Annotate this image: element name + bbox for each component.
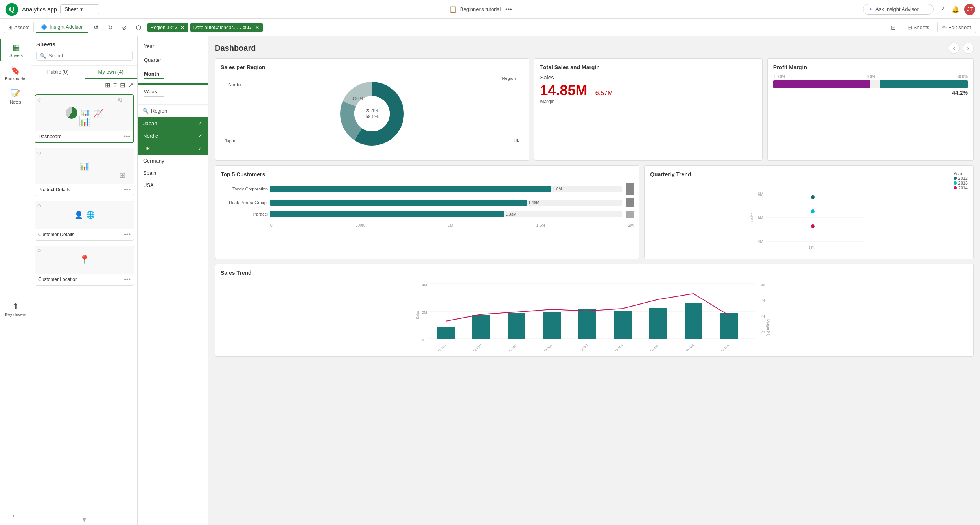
svg-text:6M: 6M: [758, 192, 763, 196]
custom-view-icon[interactable]: ⊟: [119, 81, 126, 90]
charts-top-row: Sales per Region Region Nordic Japan UK: [215, 58, 974, 161]
bar-row-paracel: Paracel 1.33M: [221, 211, 634, 218]
sidebar-item-collapse[interactable]: ⟵: [0, 510, 31, 522]
dash: -: [591, 91, 592, 96]
sheets-tab-public[interactable]: Public (0): [31, 66, 85, 79]
mini-column-chart-icon: 📊: [79, 116, 90, 127]
ask-insight-advisor-button[interactable]: ✦ Ask Insight Advisor: [863, 4, 934, 15]
assets-button[interactable]: ⊞ Assets: [4, 22, 34, 33]
list-view-icon[interactable]: ≡: [112, 81, 118, 90]
bar-fill-deak: [270, 200, 527, 206]
bar-2014-mar: [720, 313, 738, 339]
user-avatar[interactable]: JT: [964, 4, 975, 15]
tutorial-label: Beginner's tutorial: [460, 6, 501, 12]
bar-axis: 0 500K 1M 1.5M 2M: [221, 223, 634, 227]
sidebar-item-key-drivers[interactable]: ⬆ Key drivers: [0, 298, 31, 320]
dot-2014: [811, 224, 815, 228]
snapshot-icon[interactable]: ⬡: [133, 21, 145, 34]
axis-0: 0: [270, 223, 273, 227]
date-filter-chip[interactable]: Date.autoCalendar.... 3 of 12 ✕: [190, 23, 263, 32]
date-filter-close-icon[interactable]: ✕: [255, 24, 260, 31]
time-filter-quarter[interactable]: Quarter: [138, 53, 208, 67]
svg-text:48: 48: [761, 283, 765, 287]
side-bar-paracel: [626, 211, 634, 218]
svg-text:59.5%: 59.5%: [366, 114, 379, 119]
legend-2013: 2013: [954, 181, 968, 185]
sheet-card-customer-location[interactable]: ⬡ 📍 Customer Location •••: [35, 246, 134, 286]
legend-2014: 2014: [954, 185, 968, 190]
sheet-preview-dashboard: ⬡ #1 📊 📈 📊: [35, 95, 133, 131]
margin-value: 6.57M: [595, 90, 613, 97]
region-filter-close-icon[interactable]: ✕: [180, 24, 185, 31]
sheets-label: Sheets: [914, 24, 929, 30]
sheet-options-icon4[interactable]: •••: [124, 276, 131, 283]
dashboard-header-row: Dashboard ‹ ›: [215, 43, 974, 54]
sidebar-item-notes[interactable]: 📝 Notes: [0, 86, 31, 107]
bar-chart: Tandy Corporation 1.6M Deak-Perera Group…: [221, 181, 634, 222]
region-item-uk[interactable]: UK ✓: [138, 142, 208, 155]
back-selections-icon[interactable]: ↺: [90, 21, 103, 34]
ask-advisor-label: Ask Insight Advisor: [875, 6, 919, 12]
region-item-usa[interactable]: USA: [138, 179, 208, 191]
expand-icon[interactable]: ⤢: [127, 81, 134, 90]
legend-dot-2014: [954, 186, 957, 189]
sidebar-item-sheets[interactable]: ▦ Sheets: [0, 39, 31, 61]
nav-right-button[interactable]: ›: [963, 43, 974, 54]
sheet-options-icon2[interactable]: •••: [124, 186, 131, 193]
sheet-options-icon3[interactable]: •••: [124, 231, 131, 238]
grid-view-icon[interactable]: ⊞: [887, 21, 900, 34]
region-item-germany[interactable]: Germany: [138, 155, 208, 167]
sheets-tab-myown[interactable]: My own (4): [85, 66, 138, 79]
insight-advisor-tab[interactable]: 🔷 Insight Advisor: [36, 22, 88, 33]
legend-year-label: Year: [954, 171, 968, 176]
forward-selections-icon[interactable]: ↻: [104, 21, 117, 34]
region-filter-count: 3 of 6: [167, 25, 177, 30]
profit-margin-title: Profit Margin: [773, 64, 968, 70]
dot-2012: [811, 195, 815, 199]
sidebar-item-bookmarks[interactable]: 🔖 Bookmarks: [0, 63, 31, 84]
mini-location-icon: 📍: [79, 255, 90, 265]
svg-text:2014-Mar: 2014-Mar: [718, 343, 730, 351]
sheet-options-icon[interactable]: •••: [123, 133, 130, 140]
quarterly-svg: 6M 5M 4M Q1: [650, 190, 968, 253]
sheets-search[interactable]: 🔍: [36, 51, 133, 61]
region-filter-chip[interactable]: Region 3 of 6 ✕: [147, 23, 188, 32]
insight-advisor-icon: 🔷: [41, 24, 47, 30]
customer-name-paracel: Paracel: [221, 212, 268, 216]
edit-sheet-button[interactable]: ✏ Edit sheet: [937, 22, 976, 33]
svg-text:Margin (%): Margin (%): [766, 319, 770, 336]
region-item-nordic[interactable]: Nordic ✓: [138, 129, 208, 142]
more-options-icon[interactable]: •••: [504, 5, 513, 14]
bar-2012-mar: [508, 313, 525, 339]
time-filter-year[interactable]: Year: [138, 39, 208, 53]
region-item-spain[interactable]: Spain: [138, 167, 208, 179]
qlik-logo-icon: Q: [5, 2, 19, 17]
svg-text:2014-Jan: 2014-Jan: [647, 344, 659, 351]
sheet-selector-label: Sheet: [64, 6, 78, 12]
sheet-card-product-details[interactable]: ⬡ 📊 ⊞ Product Details •••: [35, 148, 134, 196]
time-filter-month[interactable]: Month: [138, 67, 208, 85]
notes-icon: 📝: [11, 89, 20, 98]
time-filter-week[interactable]: Week: [138, 85, 208, 101]
bar-value-deak: 1.46M: [529, 201, 540, 205]
sheets-search-input[interactable]: [48, 53, 129, 59]
clear-selections-icon[interactable]: ⊘: [118, 21, 131, 34]
sheet-card-dashboard-label: Dashboard •••: [35, 131, 133, 142]
svg-text:2013-Feb: 2013-Feb: [576, 343, 588, 351]
sheet-card-dashboard[interactable]: ⬡ #1 📊 📈 📊 Dashboard •••: [35, 94, 134, 143]
sheet-selector[interactable]: Sheet ▾: [60, 4, 99, 14]
mini-pie-chart: [66, 107, 77, 119]
sheet-card-customer-details[interactable]: ⬡ 👤 🌐 Customer Details •••: [35, 201, 134, 241]
region-item-japan[interactable]: Japan ✓: [138, 117, 208, 129]
legend-2012: 2012: [954, 176, 968, 181]
help-icon[interactable]: ?: [938, 5, 947, 14]
mini-grid-icon: ⊞: [119, 170, 126, 180]
bar-track-deak: 1.46M: [270, 200, 622, 206]
sheets-button[interactable]: ⊟ Sheets: [903, 22, 934, 33]
scroll-down-icon[interactable]: ▼: [81, 516, 88, 523]
notifications-icon[interactable]: 🔔: [951, 5, 960, 14]
nav-left-button[interactable]: ‹: [949, 43, 960, 54]
region-axis-label: Region: [502, 76, 516, 81]
svg-text:46: 46: [761, 299, 765, 303]
grid-view-icon[interactable]: ⊞: [104, 81, 111, 90]
